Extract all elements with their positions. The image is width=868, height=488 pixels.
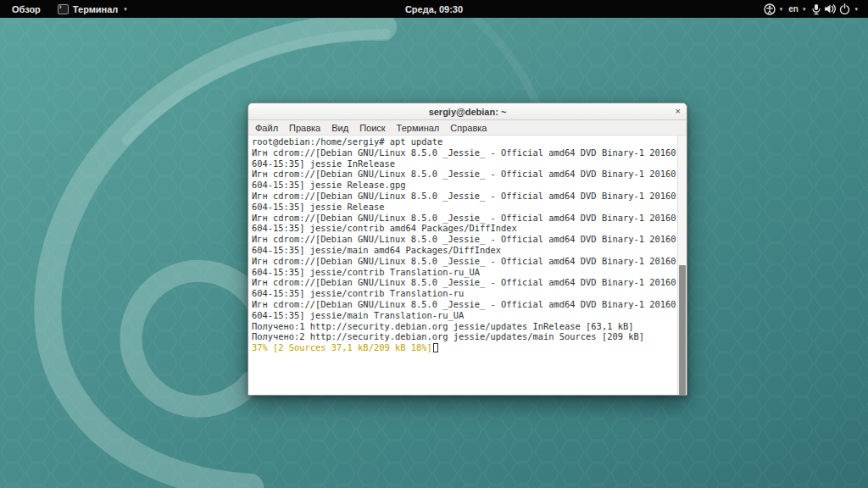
terminal-line: root@debian:/home/sergiy# apt update (252, 136, 675, 147)
terminal-line-text: 604-15:35] jessie/main Translation-ru_UA (252, 310, 464, 320)
window-title: sergiy@debian: ~ (248, 107, 687, 117)
chevron-down-icon: ▾ (854, 6, 858, 12)
menu-item-file[interactable]: Файл (255, 123, 278, 133)
terminal-line: 604-15:35] jessie InRelease (252, 158, 675, 169)
terminal-line-text: Получено:1 http://security.debian.org je… (252, 321, 633, 331)
terminal-line: Получено:1 http://security.debian.org je… (252, 321, 675, 332)
terminal-line-text: Игн cdrom://[Debian GNU/Linux 8.5.0 _Jes… (252, 256, 676, 266)
activities-button[interactable]: Обзор (8, 4, 44, 14)
terminal-line-text: 604-15:35] jessie InRelease (252, 158, 395, 169)
terminal-line: Игн cdrom://[Debian GNU/Linux 8.5.0 _Jes… (252, 277, 675, 288)
keyboard-layout-menu[interactable]: en ▾ (788, 4, 805, 14)
terminal-line-text: 604-15:35] jessie Release.gpg (252, 180, 405, 190)
system-status-menu[interactable]: ▾ (811, 3, 858, 15)
terminal-line-text: 604-15:35] jessie/main amd64 Packages/Di… (252, 245, 501, 255)
terminal-cursor (433, 343, 438, 352)
terminal-line: 604-15:35] jessie/contrib amd64 Packages… (252, 223, 675, 234)
close-button[interactable]: × (676, 104, 681, 119)
terminal-line-text: Игн cdrom://[Debian GNU/Linux 8.5.0 _Jes… (252, 299, 676, 309)
menu-item-search[interactable]: Поиск (359, 123, 385, 133)
terminal-line-text: Игн cdrom://[Debian GNU/Linux 8.5.0 _Jes… (252, 234, 676, 244)
menu-item-terminal[interactable]: Терминал (397, 123, 440, 133)
top-bar-right: ▾ en ▾ (764, 3, 858, 15)
terminal-line: 604-15:35] jessie/contrib Translation-ru… (252, 267, 675, 278)
terminal-line-text: Игн cdrom://[Debian GNU/Linux 8.5.0 _Jes… (252, 277, 676, 287)
accessibility-icon (764, 3, 776, 15)
terminal-line: Игн cdrom://[Debian GNU/Linux 8.5.0 _Jes… (252, 299, 675, 310)
app-menu-button[interactable]: Терминал ▾ (58, 4, 127, 14)
terminal-line: Игн cdrom://[Debian GNU/Linux 8.5.0 _Jes… (252, 169, 675, 180)
keyboard-layout-label: en (788, 4, 798, 14)
screen: Обзор Терминал ▾ Среда, 09:30 ▾ (0, 0, 868, 488)
menu-item-view[interactable]: Вид (331, 123, 348, 133)
terminal-line: Игн cdrom://[Debian GNU/Linux 8.5.0 _Jes… (252, 256, 675, 267)
power-icon (839, 3, 850, 14)
menu-item-edit[interactable]: Правка (289, 123, 320, 133)
terminal-line-text: 604-15:35] jessie/contrib Translation-ru (252, 288, 464, 298)
clock-area: Среда, 09:30 (0, 4, 868, 14)
volume-icon (824, 3, 837, 14)
terminal-line-text: Игн cdrom://[Debian GNU/Linux 8.5.0 _Jes… (252, 169, 676, 179)
terminal-line-text: 604-15:35] jessie Release (252, 202, 384, 212)
terminal-line: Получено:2 http://security.debian.org je… (252, 331, 675, 342)
accessibility-menu[interactable]: ▾ (764, 3, 783, 15)
app-menu-label: Терминал (73, 4, 119, 14)
terminal-line-text: Получено:2 http://security.debian.org je… (252, 331, 644, 341)
gnome-top-bar: Обзор Терминал ▾ Среда, 09:30 ▾ (0, 0, 868, 18)
terminal-line-text: 37% [2 Sources 37,1 kB/209 kB 18%] (252, 342, 432, 352)
terminal-line: 604-15:35] jessie Release (252, 202, 675, 213)
terminal-line: Игн cdrom://[Debian GNU/Linux 8.5.0 _Jes… (252, 213, 675, 224)
terminal-line: 604-15:35] jessie Release.gpg (252, 180, 675, 191)
terminal-output: root@debian:/home/sergiy# apt updateИгн … (252, 136, 675, 395)
terminal-line-text: root@debian:/home/sergiy# apt update (252, 136, 442, 147)
scrollbar[interactable] (677, 136, 687, 395)
terminal-line: Игн cdrom://[Debian GNU/Linux 8.5.0 _Jes… (252, 234, 675, 245)
menu-bar: ФайлПравкаВидПоискТерминалСправка (248, 120, 687, 136)
clock-button[interactable]: Среда, 09:30 (405, 4, 463, 14)
terminal-line: 604-15:35] jessie/main amd64 Packages/Di… (252, 245, 675, 256)
terminal-app-icon (58, 4, 69, 14)
chevron-down-icon: ▾ (803, 6, 806, 12)
terminal-line: Игн cdrom://[Debian GNU/Linux 8.5.0 _Jes… (252, 191, 675, 202)
terminal-line-text: 604-15:35] jessie/contrib Translation-ru… (252, 267, 480, 277)
chevron-down-icon: ▾ (124, 6, 127, 12)
terminal-window: sergiy@debian: ~ × ФайлПравкаВидПоискТер… (248, 103, 687, 396)
terminal-line-text: Игн cdrom://[Debian GNU/Linux 8.5.0 _Jes… (252, 213, 676, 223)
terminal-line: 604-15:35] jessie/main Translation-ru_UA (252, 310, 675, 321)
microphone-icon (811, 3, 821, 15)
terminal-line-text: 604-15:35] jessie/contrib amd64 Packages… (252, 223, 517, 233)
top-bar-left: Обзор Терминал ▾ (8, 4, 127, 14)
terminal-content[interactable]: root@debian:/home/sergiy# apt updateИгн … (248, 136, 687, 395)
scrollbar-thumb[interactable] (679, 265, 686, 395)
window-titlebar[interactable]: sergiy@debian: ~ × (248, 103, 687, 120)
terminal-line-text: Игн cdrom://[Debian GNU/Linux 8.5.0 _Jes… (252, 191, 676, 201)
chevron-down-icon: ▾ (780, 6, 783, 12)
terminal-line: 604-15:35] jessie/contrib Translation-ru (252, 288, 675, 299)
terminal-line: Игн cdrom://[Debian GNU/Linux 8.5.0 _Jes… (252, 147, 675, 158)
terminal-line: 37% [2 Sources 37,1 kB/209 kB 18%] (252, 342, 675, 353)
terminal-line-text: Игн cdrom://[Debian GNU/Linux 8.5.0 _Jes… (252, 147, 676, 158)
menu-item-help[interactable]: Справка (450, 123, 487, 133)
